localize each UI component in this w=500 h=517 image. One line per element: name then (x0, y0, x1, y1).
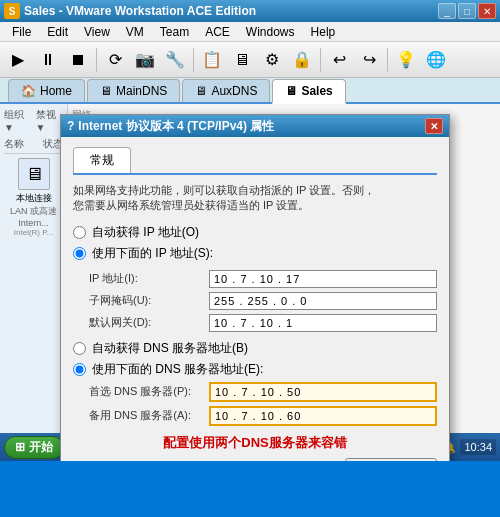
dialog-title-controls: ✕ (425, 118, 443, 134)
tab-bar: 🏠 Home 🖥 MainDNS 🖥 AuxDNS 🖥 Sales (0, 78, 500, 104)
nc-item-icon: 🖥 (18, 158, 50, 190)
subnet-label: 子网掩码(U): (89, 293, 209, 308)
tab-auxdns-icon: 🖥 (195, 84, 207, 98)
dialog-help-icon[interactable]: ? (67, 119, 74, 133)
dns-secondary-label: 备用 DNS 服务器(A): (89, 408, 209, 423)
minimize-button[interactable]: _ (438, 3, 456, 19)
ip-address-row: IP 地址(I): (89, 270, 437, 288)
menu-vm[interactable]: VM (118, 23, 152, 41)
radio-auto-ip[interactable] (73, 226, 86, 239)
dns-fields: 首选 DNS 服务器(P): 备用 DNS 服务器(A): (89, 382, 437, 426)
toolbar-sep-1 (96, 48, 97, 72)
tab-sales-label: Sales (301, 84, 332, 98)
tab-auxdns-label: AuxDNS (211, 84, 257, 98)
dns-primary-input[interactable] (209, 382, 437, 402)
menu-edit[interactable]: Edit (39, 23, 76, 41)
menu-file[interactable]: File (4, 23, 39, 41)
menu-bar: File Edit View VM Team ACE Windows Help (0, 22, 500, 42)
menu-help[interactable]: Help (303, 23, 344, 41)
toolbar-btn-9[interactable]: ⚙ (258, 46, 286, 74)
toolbar-btn-4[interactable]: ⟳ (101, 46, 129, 74)
dns-secondary-input[interactable] (209, 406, 437, 426)
toolbar-sep-4 (387, 48, 388, 72)
ip-fields: IP 地址(I): 子网掩码(U): 默认网关(D): (89, 270, 437, 332)
close-button[interactable]: ✕ (478, 3, 496, 19)
window-controls: _ □ ✕ (438, 3, 496, 19)
dns-section: 自动获得 DNS 服务器地址(B) 使用下面的 DNS 服务器地址(E): 首选… (73, 340, 437, 426)
start-button[interactable]: ⊞ 开始 (4, 436, 64, 459)
window-title: Sales - VMware Workstation ACE Edition (24, 4, 438, 18)
gateway-input[interactable] (209, 314, 437, 332)
dialog-body: 常规 如果网络支持此功能，则可以获取自动指派的 IP 设置。否则，您需要从网络系… (61, 137, 449, 461)
nc-item-adapter: Intel(R) P... (4, 228, 63, 237)
toolbar-btn-13[interactable]: 💡 (392, 46, 420, 74)
toolbar-sep-3 (320, 48, 321, 72)
toolbar: ▶ ⏸ ⏹ ⟳ 📷 🔧 📋 🖥 ⚙ 🔒 ↩ ↪ 💡 🌐 (0, 42, 500, 78)
menu-view[interactable]: View (76, 23, 118, 41)
nc-item-name: 本地连接 (4, 192, 63, 205)
dns-secondary-row: 备用 DNS 服务器(A): (89, 406, 437, 426)
radio-auto-dns-label: 自动获得 DNS 服务器地址(B) (92, 340, 248, 357)
subnet-row: 子网掩码(U): (89, 292, 437, 310)
nc-list-item-lan[interactable]: 🖥 本地连接 LAN 或高速 Intern... Intel(R) P... (4, 158, 63, 237)
tab-auxdns[interactable]: 🖥 AuxDNS (182, 79, 270, 102)
nc-item-network: LAN 或高速 Intern... (4, 205, 63, 228)
highlight-text: 配置使用两个DNS服务器来容错 (73, 434, 437, 452)
radio-manual-ip-label: 使用下面的 IP 地址(S): (92, 245, 213, 262)
toolbar-btn-8[interactable]: 🖥 (228, 46, 256, 74)
menu-team[interactable]: Team (152, 23, 197, 41)
dialog-tab-general[interactable]: 常规 (73, 147, 131, 173)
nc-organize-btn[interactable]: 组织 ▼ (4, 108, 32, 133)
radio-manual-dns-label: 使用下面的 DNS 服务器地址(E): (92, 361, 263, 378)
taskbar-clock: 10:34 (460, 439, 496, 455)
maximize-button[interactable]: □ (458, 3, 476, 19)
menu-windows[interactable]: Windows (238, 23, 303, 41)
toolbar-btn-1[interactable]: ▶ (4, 46, 32, 74)
menu-ace[interactable]: ACE (197, 23, 238, 41)
start-label: 开始 (29, 439, 53, 456)
toolbar-btn-6[interactable]: 🔧 (161, 46, 189, 74)
radio-manual-ip-row: 使用下面的 IP 地址(S): (73, 245, 437, 262)
dialog-title-text: Internet 协议版本 4 (TCP/IPv4) 属性 (78, 118, 425, 135)
tab-home-label: Home (40, 84, 72, 98)
radio-auto-dns[interactable] (73, 342, 86, 355)
advanced-button[interactable]: 高级(V)... (345, 458, 437, 461)
toolbar-btn-12[interactable]: ↪ (355, 46, 383, 74)
tab-sales[interactable]: 🖥 Sales (272, 79, 345, 104)
windows-logo: ⊞ (15, 440, 25, 454)
radio-manual-dns-row: 使用下面的 DNS 服务器地址(E): (73, 361, 437, 378)
tab-maindns-label: MainDNS (116, 84, 167, 98)
dialog-title-bar: ? Internet 协议版本 4 (TCP/IPv4) 属性 ✕ (61, 115, 449, 137)
toolbar-btn-14[interactable]: 🌐 (422, 46, 450, 74)
tab-home[interactable]: 🏠 Home (8, 79, 85, 102)
nc-sidebar: 组织 ▼ 禁视 ▼ 名称 状态 🖥 本地连接 LAN 或高速 Intern...… (0, 104, 68, 461)
toolbar-btn-3[interactable]: ⏹ (64, 46, 92, 74)
toolbar-btn-11[interactable]: ↩ (325, 46, 353, 74)
radio-auto-dns-row: 自动获得 DNS 服务器地址(B) (73, 340, 437, 357)
tab-maindns-icon: 🖥 (100, 84, 112, 98)
ip-address-label: IP 地址(I): (89, 271, 209, 286)
toolbar-sep-2 (193, 48, 194, 72)
radio-manual-dns[interactable] (73, 363, 86, 376)
dns-primary-label: 首选 DNS 服务器(P): (89, 384, 209, 399)
gateway-label: 默认网关(D): (89, 315, 209, 330)
ip-radio-group: 自动获得 IP 地址(O) 使用下面的 IP 地址(S): (73, 224, 437, 262)
dialog-tab-strip: 常规 (73, 147, 437, 175)
subnet-input[interactable] (209, 292, 437, 310)
toolbar-btn-7[interactable]: 📋 (198, 46, 226, 74)
nc-col-name: 名称 (4, 137, 24, 151)
radio-auto-ip-row: 自动获得 IP 地址(O) (73, 224, 437, 241)
main-content: 组织 ▼ 禁视 ▼ 名称 状态 🖥 本地连接 LAN 或高速 Intern...… (0, 104, 500, 461)
nc-view-btn[interactable]: 禁视 ▼ (36, 108, 64, 133)
dialog-close-button[interactable]: ✕ (425, 118, 443, 134)
title-bar: S Sales - VMware Workstation ACE Edition… (0, 0, 500, 22)
radio-manual-ip[interactable] (73, 247, 86, 260)
dialog-tcp-ipv4: ? Internet 协议版本 4 (TCP/IPv4) 属性 ✕ 常规 如果网… (60, 114, 450, 461)
tab-maindns[interactable]: 🖥 MainDNS (87, 79, 180, 102)
toolbar-btn-5[interactable]: 📷 (131, 46, 159, 74)
advanced-row: 高级(V)... (73, 458, 437, 461)
toolbar-btn-10[interactable]: 🔒 (288, 46, 316, 74)
ip-address-input[interactable] (209, 270, 437, 288)
toolbar-btn-2[interactable]: ⏸ (34, 46, 62, 74)
dns-primary-row: 首选 DNS 服务器(P): (89, 382, 437, 402)
